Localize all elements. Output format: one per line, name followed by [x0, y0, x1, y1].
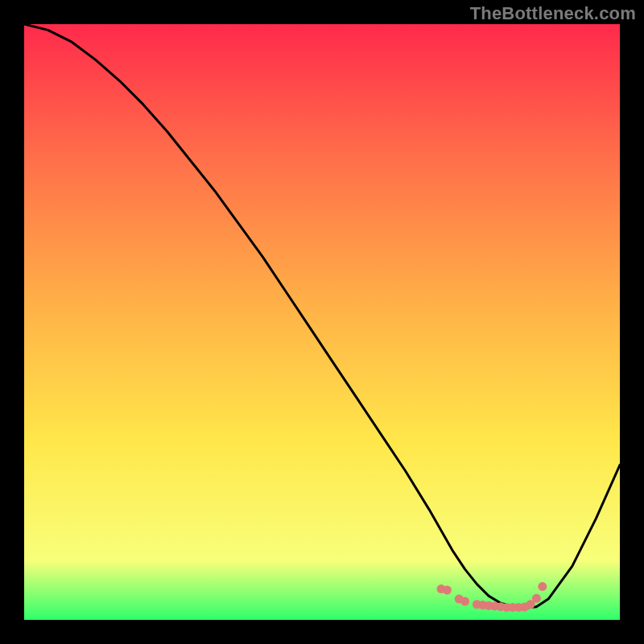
bottleneck-curve — [24, 24, 620, 620]
plot-area — [24, 24, 620, 620]
optimal-marker — [443, 586, 452, 595]
optimal-marker — [532, 594, 541, 603]
optimal-marker — [460, 597, 469, 606]
curve-line — [24, 24, 620, 608]
watermark-text: TheBottleneck.com — [470, 3, 636, 24]
chart-frame: TheBottleneck.com — [0, 0, 644, 644]
optimal-marker — [538, 582, 547, 591]
